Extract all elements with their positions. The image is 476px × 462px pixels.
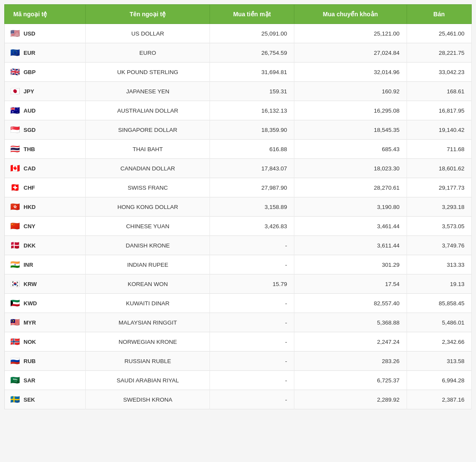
sell-cell: 19.13 [407, 274, 471, 294]
table-row: 🇪🇺 EUR EURO26,754.5927,024.8428,221.75 [5, 43, 472, 63]
currency-code-cell: 🇪🇺 EUR [5, 43, 86, 63]
buy-transfer-cell: 685.43 [294, 140, 407, 159]
currency-code: INR [24, 262, 33, 268]
currency-code: AUD [24, 107, 36, 114]
currency-name-cell: DANISH KRONE [86, 236, 210, 255]
currency-code: DKK [24, 242, 36, 249]
table-row: 🇯🇵 JPY JAPANESE YEN159.31160.92168.61 [5, 82, 472, 101]
sell-cell: 2,387.16 [407, 390, 471, 409]
buy-transfer-cell: 17.54 [294, 274, 407, 294]
flag-icon: 🇲🇾 [9, 318, 21, 327]
buy-transfer-cell: 2,289.92 [294, 390, 407, 409]
table-row: 🇺🇸 USD US DOLLAR25,091.0025,121.0025,461… [5, 24, 472, 43]
currency-code-cell: 🇦🇺 AUD [5, 101, 86, 120]
currency-code-cell: 🇺🇸 USD [5, 24, 86, 43]
sell-cell: 25,461.00 [407, 24, 471, 43]
buy-transfer-cell: 18,545.35 [294, 120, 407, 140]
buy-transfer-cell: 32,014.96 [294, 63, 407, 82]
currency-name-cell: SWEDISH KRONA [86, 390, 210, 409]
flag-icon: 🇺🇸 [9, 29, 21, 38]
buy-cash-cell: 27,987.90 [210, 178, 294, 197]
currency-code-cell: 🇯🇵 JPY [5, 82, 86, 101]
currency-name-cell: EURO [86, 43, 210, 63]
currency-code-cell: 🇰🇼 KWD [5, 294, 86, 313]
table-row: 🇬🇧 GBP UK POUND STERLING31,694.8132,014.… [5, 63, 472, 82]
sell-cell: 18,601.62 [407, 159, 471, 178]
buy-transfer-cell: 3,611.44 [294, 236, 407, 255]
currency-name-cell: KOREAN WON [86, 274, 210, 294]
currency-code: THB [24, 146, 35, 152]
currency-code-cell: 🇸🇬 SGD [5, 120, 86, 140]
sell-cell: 33,042.23 [407, 63, 471, 82]
buy-transfer-cell: 5,368.88 [294, 313, 407, 332]
table-row: 🇸🇦 SAR SAUDI ARABIAN RIYAL-6,725.376,994… [5, 371, 472, 390]
table-row: 🇷🇺 RUB RUSSIAN RUBLE-283.26313.58 [5, 352, 472, 371]
currency-code: JPY [24, 88, 34, 95]
flag-icon: 🇰🇷 [9, 280, 21, 288]
currency-code-cell: 🇩🇰 DKK [5, 236, 86, 255]
buy-transfer-cell: 301.29 [294, 255, 407, 274]
buy-cash-cell: - [210, 294, 294, 313]
flag-icon: 🇸🇪 [9, 395, 21, 404]
table-row: 🇸🇪 SEK SWEDISH KRONA-2,289.922,387.16 [5, 390, 472, 409]
sell-cell: 6,994.28 [407, 371, 471, 390]
currency-code: NOK [24, 339, 36, 345]
buy-transfer-cell: 28,270.61 [294, 178, 407, 197]
col-header-buy-cash: Mua tiền mặt [210, 5, 294, 24]
currency-name-cell: SWISS FRANC [86, 178, 210, 197]
currency-code-cell: 🇨🇦 CAD [5, 159, 86, 178]
currency-name-cell: INDIAN RUPEE [86, 255, 210, 274]
currency-name-cell: RUSSIAN RUBLE [86, 352, 210, 371]
buy-transfer-cell: 82,557.40 [294, 294, 407, 313]
table-row: 🇹🇭 THB THAI BAHT616.88685.43711.68 [5, 140, 472, 159]
currency-name-cell: SINGAPORE DOLLAR [86, 120, 210, 140]
buy-cash-cell: - [210, 332, 294, 352]
buy-cash-cell: - [210, 390, 294, 409]
flag-icon: 🇨🇳 [9, 222, 21, 230]
currency-code: CNY [24, 223, 35, 230]
table-row: 🇨🇦 CAD CANADIAN DOLLAR17,843.0718,023.30… [5, 159, 472, 178]
buy-cash-cell: - [210, 352, 294, 371]
sell-cell: 711.68 [407, 140, 471, 159]
buy-cash-cell: 159.31 [210, 82, 294, 101]
currency-code: MYR [24, 319, 36, 326]
buy-transfer-cell: 283.26 [294, 352, 407, 371]
currency-code: KWD [24, 300, 37, 307]
buy-transfer-cell: 3,190.80 [294, 197, 407, 217]
currency-code-cell: 🇨🇳 CNY [5, 217, 86, 236]
currency-name-cell: US DOLLAR [86, 24, 210, 43]
sell-cell: 313.33 [407, 255, 471, 274]
currency-name-cell: MALAYSIAN RINGGIT [86, 313, 210, 332]
flag-icon: 🇩🇰 [9, 241, 21, 250]
sell-cell: 2,342.66 [407, 332, 471, 352]
exchange-rate-table: Mã ngoại tệ Tên ngoại tệ Mua tiền mặt Mu… [4, 4, 472, 409]
buy-transfer-cell: 25,121.00 [294, 24, 407, 43]
currency-code: SAR [24, 377, 35, 384]
buy-transfer-cell: 6,725.37 [294, 371, 407, 390]
currency-code-cell: 🇹🇭 THB [5, 140, 86, 159]
flag-icon: 🇰🇼 [9, 299, 21, 307]
currency-name-cell: THAI BAHT [86, 140, 210, 159]
sell-cell: 29,177.73 [407, 178, 471, 197]
flag-icon: 🇪🇺 [9, 48, 21, 57]
sell-cell: 85,858.45 [407, 294, 471, 313]
buy-transfer-cell: 2,247.24 [294, 332, 407, 352]
buy-cash-cell: 31,694.81 [210, 63, 294, 82]
currency-name-cell: NORWEGIAN KRONE [86, 332, 210, 352]
flag-icon: 🇳🇴 [9, 337, 21, 346]
currency-name-cell: CHINESE YUAN [86, 217, 210, 236]
buy-cash-cell: 3,426.83 [210, 217, 294, 236]
table-row: 🇦🇺 AUD AUSTRALIAN DOLLAR16,132.1316,295.… [5, 101, 472, 120]
sell-cell: 3,573.05 [407, 217, 471, 236]
buy-cash-cell: 16,132.13 [210, 101, 294, 120]
currency-code: RUB [24, 358, 36, 364]
flag-icon: 🇯🇵 [9, 87, 21, 95]
flag-icon: 🇨🇦 [9, 164, 21, 173]
currency-code-cell: 🇸🇪 SEK [5, 390, 86, 409]
table-row: 🇲🇾 MYR MALAYSIAN RINGGIT-5,368.885,486.0… [5, 313, 472, 332]
buy-cash-cell: 26,754.59 [210, 43, 294, 63]
sell-cell: 16,817.95 [407, 101, 471, 120]
buy-transfer-cell: 160.92 [294, 82, 407, 101]
sell-cell: 19,140.42 [407, 120, 471, 140]
currency-code-cell: 🇬🇧 GBP [5, 63, 86, 82]
